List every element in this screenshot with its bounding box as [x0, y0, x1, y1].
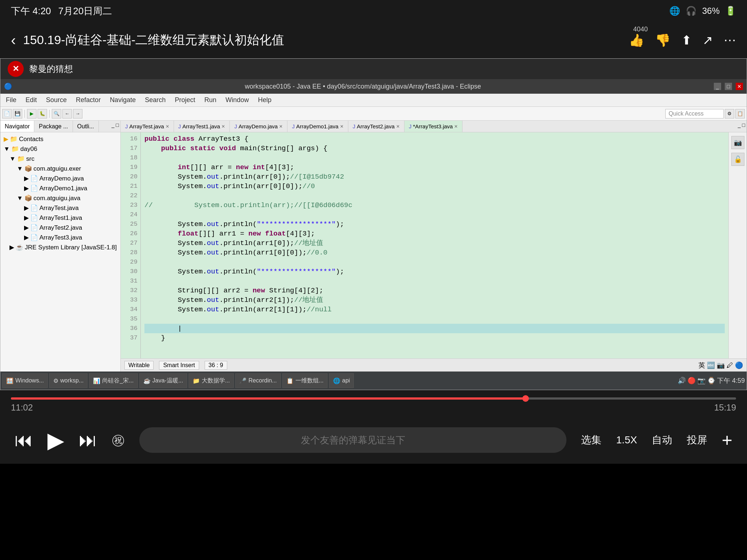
taskbar-recording[interactable]: 🎤 Recordin...	[235, 373, 280, 388]
tree-item-jre[interactable]: ▶ ☕ JRE System Library [JavaSE-1.8]	[2, 242, 119, 252]
toolbar-back[interactable]: ←	[62, 109, 72, 118]
tree-item-contacts[interactable]: ▶ 📁 Contacts	[2, 134, 119, 144]
taskbar-workspace-label: worksp...	[60, 377, 84, 384]
tree-item-arraytest3[interactable]: ▶ 📄 ArrayTest3.java	[2, 233, 119, 242]
taskbar-windows[interactable]: 🪟 Windows...	[2, 373, 48, 388]
tab-arraytest[interactable]: J ArrayTest.java ✕	[121, 121, 174, 132]
panel-minimize-icon[interactable]: _	[112, 122, 115, 131]
fast-forward-button[interactable]: ⏭	[79, 429, 97, 451]
position-status: 36 : 9	[205, 361, 227, 370]
tab-arraytest3-close[interactable]: ✕	[454, 124, 458, 129]
toolbar-save[interactable]: 💾	[13, 109, 22, 118]
tree-item-arraytest1[interactable]: ▶ 📄 ArrayTest1.java	[2, 213, 119, 223]
tree-item-arraytest2[interactable]: ▶ 📄 ArrayTest2.java	[2, 223, 119, 233]
tree-item-arraydemo1[interactable]: ▶ 📄 ArrayDemo1.java	[2, 183, 119, 193]
tree-item-arraytest[interactable]: ▶ 📄 ArrayTest.java	[2, 203, 119, 213]
code-line-34: System.out.println(arr2[1][1]);//null	[144, 305, 725, 314]
tree-item-exer-pkg[interactable]: ▼ 📦 com.atguigu.exer	[2, 164, 119, 174]
tab-outline[interactable]: Outli...	[73, 121, 99, 132]
close-button[interactable]: ✕	[736, 83, 743, 90]
line-numbers: 16 17 18 19 20 21 22 23 24 25 26 27 28 2…	[121, 132, 141, 358]
toolbar-new[interactable]: 📄	[2, 109, 12, 118]
dislike-button[interactable]: 👎	[655, 33, 670, 47]
toolbar-perspective[interactable]: ⚙	[725, 109, 734, 118]
like-count-badge: 4040	[633, 26, 648, 33]
editor-maximize-icon[interactable]: □	[742, 122, 745, 131]
minimize-button[interactable]: _	[714, 83, 721, 90]
tab-arraytest2[interactable]: J ArrayTest2.java ✕	[348, 121, 405, 132]
add-button[interactable]: +	[722, 429, 732, 451]
chevron-right-icon-jre: ▶	[9, 244, 14, 251]
code-line-29	[144, 257, 725, 267]
menu-file[interactable]: File	[2, 95, 20, 105]
menu-navigate[interactable]: Navigate	[106, 95, 139, 105]
taskbar-array[interactable]: 📋 一维数组...	[282, 373, 328, 388]
screen-button[interactable]: 投屏	[687, 433, 707, 447]
menu-run[interactable]: Run	[201, 95, 220, 105]
tab-navigator[interactable]: Navigator	[0, 121, 34, 132]
tab-arraytest-close[interactable]: ✕	[166, 124, 169, 129]
taskbar-java[interactable]: ☕ Java-温暖...	[139, 373, 187, 388]
tab-arraytest1[interactable]: J ArrayTest1.java ✕	[174, 121, 230, 132]
menu-refactor[interactable]: Refactor	[72, 95, 104, 105]
rewind-button[interactable]: ⏮	[15, 429, 33, 451]
screenshot-icon[interactable]: 📷	[731, 136, 744, 149]
menu-project[interactable]: Project	[171, 95, 199, 105]
menu-edit[interactable]: Edit	[22, 95, 40, 105]
forward-button[interactable]: ↗	[703, 33, 713, 47]
danmaku-input[interactable]	[139, 427, 566, 453]
quick-access-input[interactable]: Quick Access	[665, 109, 724, 118]
toolbar-search[interactable]: 🔍	[52, 109, 61, 118]
tab-arraytest1-close[interactable]: ✕	[221, 124, 225, 129]
taskbar-array-label: 一维数组...	[295, 377, 324, 385]
toolbar-debug[interactable]: 🐛	[38, 109, 47, 118]
code-line-22	[144, 191, 725, 201]
taskbar-workspace[interactable]: ⚙ worksp...	[49, 373, 88, 388]
progress-thumb[interactable]	[522, 395, 529, 402]
tab-package[interactable]: Package ...	[34, 121, 73, 132]
panel-maximize-icon[interactable]: □	[116, 122, 119, 131]
danmaku-button[interactable]: ㊗	[112, 431, 125, 449]
share-button[interactable]: ⬆	[681, 33, 692, 47]
menu-search[interactable]: Search	[141, 95, 169, 105]
code-line-28: System.out.println(arr1[0][0]);//0.0	[144, 248, 725, 257]
tab-arraydemo1[interactable]: J ArrayDemo1.java ✕	[287, 121, 348, 132]
progress-bar[interactable]	[11, 397, 736, 400]
back-button[interactable]: ‹	[11, 32, 16, 48]
tree-item-arraydemo[interactable]: ▶ 📄 ArrayDemo.java	[2, 174, 119, 183]
more-button[interactable]: ⋯	[724, 33, 736, 47]
line-num-32: 32	[121, 286, 138, 295]
tree-label-arraytest2: ArrayTest2.java	[39, 224, 82, 232]
maximize-button[interactable]: □	[725, 83, 732, 90]
toolbar-view[interactable]: 📋	[735, 109, 745, 118]
menu-window[interactable]: Window	[222, 95, 252, 105]
status-right: 🌐 🎧 36% 🔋	[669, 6, 736, 16]
code-editor[interactable]: 16 17 18 19 20 21 22 23 24 25 26 27 28 2…	[121, 132, 747, 358]
editor-minimize-icon[interactable]: _	[738, 122, 741, 131]
like-button[interactable]: 👍	[629, 33, 644, 47]
tab-arraytest2-close[interactable]: ✕	[396, 124, 400, 129]
toolbar-run[interactable]: ▶	[27, 109, 36, 118]
menu-help[interactable]: Help	[254, 95, 275, 105]
tab-arraytest3[interactable]: J *ArrayTest3.java ✕	[405, 121, 463, 132]
menu-source[interactable]: Source	[42, 95, 70, 105]
eclipse-window-controls: _ □ ✕	[714, 83, 743, 90]
toolbar-forward[interactable]: →	[73, 109, 82, 118]
play-button[interactable]: ▶	[47, 427, 64, 453]
lock-icon[interactable]: 🔓	[731, 153, 744, 166]
collect-button[interactable]: 选集	[581, 433, 601, 447]
tab-arraydemo-close[interactable]: ✕	[279, 124, 283, 129]
tree-item-src[interactable]: ▼ 📁 src	[2, 154, 119, 164]
speed-button[interactable]: 1.5X	[616, 434, 637, 446]
insert-mode-status: Smart Insert	[159, 361, 199, 370]
taskbar-api[interactable]: 🌐 api	[329, 373, 354, 388]
tab-arraydemo1-close[interactable]: ✕	[340, 124, 344, 129]
taskbar-ppt[interactable]: 📊 尚硅谷_宋...	[89, 373, 138, 388]
tree-item-java-pkg[interactable]: ▼ 📦 com.atguigu.java	[2, 193, 119, 203]
line-num-27: 27	[121, 238, 138, 248]
taskbar-bigdata[interactable]: 📁 大数据学...	[189, 373, 234, 388]
auto-button[interactable]: 自动	[652, 433, 672, 447]
code-content[interactable]: public class ArrayTest3 { public static …	[141, 132, 728, 358]
tab-arraydemo[interactable]: J ArrayDemo.java ✕	[230, 121, 287, 132]
tree-item-day06[interactable]: ▼ 📁 day06	[2, 144, 119, 154]
